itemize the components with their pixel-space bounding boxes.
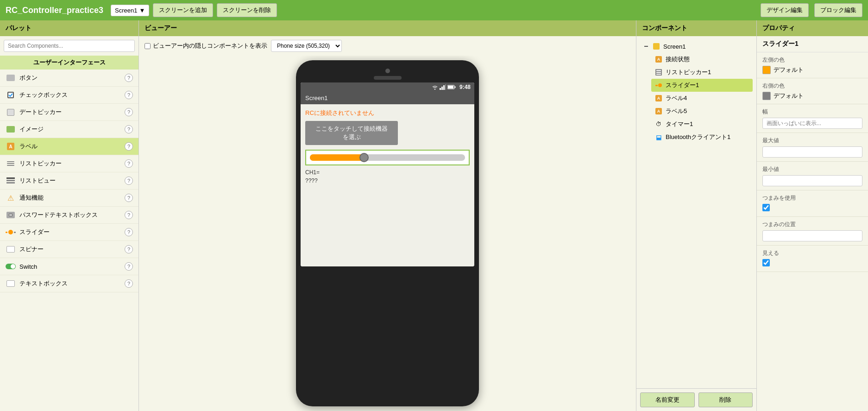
tree-item-timer1[interactable]: ⏱ タイマー1 xyxy=(651,118,753,131)
phone-statusbar: 9:48 xyxy=(301,82,474,92)
palette-item-button[interactable]: ボタン ? xyxy=(0,70,138,87)
add-screen-button[interactable]: スクリーンを追加 xyxy=(153,3,213,17)
image-icon xyxy=(6,124,16,134)
viewer-header: ビューアー xyxy=(139,20,636,36)
component-search-input[interactable] xyxy=(4,40,135,52)
svg-rect-1 xyxy=(6,180,15,181)
screen-icon xyxy=(652,42,661,51)
app-title: RC_Controller_practice3 xyxy=(6,6,103,15)
phone-connect-button[interactable]: ここをタッチして接続機器を選ぶ xyxy=(305,121,398,145)
palette-item-image[interactable]: イメージ ? xyxy=(0,121,138,138)
block-edit-button[interactable]: ブロック編集 xyxy=(814,3,862,17)
svg-rect-5 xyxy=(443,85,445,90)
width-input[interactable] xyxy=(762,118,862,129)
slider-palette-icon xyxy=(6,227,16,237)
slider-help-icon[interactable]: ? xyxy=(125,228,133,236)
battery-icon xyxy=(447,85,456,89)
palette-item-notification[interactable]: ⚠ 通知機能 ? xyxy=(0,190,138,207)
palette-item-switch[interactable]: Switch ? xyxy=(0,258,138,275)
palette-item-listview[interactable]: リストビュー ? xyxy=(0,172,138,190)
phone-slider-thumb[interactable] xyxy=(359,153,369,162)
label5-icon: A xyxy=(654,107,663,116)
min-value-input[interactable]: 1300 xyxy=(762,175,862,186)
switch-help-icon[interactable]: ? xyxy=(125,262,133,271)
prop-width-label: 幅 xyxy=(762,108,862,116)
textbox-help-icon[interactable]: ? xyxy=(125,279,133,288)
thumb-pos-input[interactable]: 1500 xyxy=(762,230,862,241)
datepicker-icon xyxy=(6,107,16,117)
palette-image-label: イメージ xyxy=(19,125,125,133)
svg-rect-8 xyxy=(454,86,455,88)
tree-item-screen1[interactable]: Screen1 xyxy=(640,40,753,53)
show-hidden-text: ビューアー内の隠しコンポーネントを表示 xyxy=(153,42,267,50)
checkbox-help-icon[interactable]: ? xyxy=(125,91,133,99)
component-footer: 名前変更 削除 xyxy=(636,388,756,411)
right-color-name: デフォルト xyxy=(774,92,804,100)
prop-right-color-label: 右側の色 xyxy=(762,82,862,90)
tree-item-label5[interactable]: A ラベル5 xyxy=(651,105,753,118)
tree-bt1-label: Bluetoothクライアント1 xyxy=(666,133,730,141)
thumb-enabled-checkbox[interactable] xyxy=(762,204,770,211)
spinner-help-icon[interactable]: ? xyxy=(125,245,133,253)
notification-help-icon[interactable]: ? xyxy=(125,194,133,202)
phone-camera xyxy=(385,69,390,73)
delete-screen-button[interactable]: スクリーンを削除 xyxy=(217,3,277,17)
phone-titlebar: Screen1 xyxy=(301,92,474,104)
bt1-icon: ⬓ xyxy=(654,133,663,142)
palette-item-checkbox[interactable]: チェックボックス ? xyxy=(0,87,138,104)
phone-status-text: RCに接続されていません xyxy=(305,109,470,117)
palette-item-listpicker[interactable]: リストピッカー ? xyxy=(0,155,138,172)
visible-checkbox[interactable] xyxy=(762,259,770,266)
passwordbox-help-icon[interactable]: ? xyxy=(125,211,133,219)
label-icon: A xyxy=(6,141,16,152)
properties-panel: プロパティ スライダー1 左側の色 デフォルト 右側の色 デフォルト 幅 最大値 xyxy=(757,20,868,411)
tree-item-status[interactable]: A 接続状態 xyxy=(651,53,753,66)
listview-help-icon[interactable]: ? xyxy=(125,177,133,185)
show-hidden-checkbox[interactable] xyxy=(145,43,151,49)
svg-rect-2 xyxy=(6,182,15,183)
datepicker-help-icon[interactable]: ? xyxy=(125,108,133,116)
palette-button-label: ボタン xyxy=(19,74,125,82)
tree-label4-label: ラベル4 xyxy=(666,94,687,102)
status-icons xyxy=(432,84,456,90)
svg-rect-3 xyxy=(440,88,441,90)
component-panel: コンポーネント Screen1 A 接続状態 xyxy=(636,20,757,411)
palette-item-spinner[interactable]: スピナー ? xyxy=(0,241,138,258)
phone-body: RCに接続されていません ここをタッチして接続機器を選ぶ CH1= ???? xyxy=(301,104,474,266)
button-help-icon[interactable]: ? xyxy=(125,74,133,82)
right-color-swatch[interactable] xyxy=(762,92,771,100)
design-edit-button[interactable]: デザイン編集 xyxy=(761,3,809,17)
label-help-icon[interactable]: ? xyxy=(125,142,133,151)
left-color-swatch[interactable] xyxy=(762,66,771,74)
delete-component-button[interactable]: 削除 xyxy=(698,392,753,407)
svg-rect-10 xyxy=(644,46,648,47)
button-icon xyxy=(6,73,16,83)
phone-time: 9:48 xyxy=(459,84,471,90)
phone-size-select[interactable]: Phone size (505,320) xyxy=(271,40,342,52)
palette-item-label[interactable]: A ラベル ? xyxy=(0,138,138,155)
max-value-input[interactable]: 1700 xyxy=(762,146,862,158)
palette-item-slider[interactable]: スライダー ? xyxy=(0,224,138,241)
tree-slider1-label: スライダー1 xyxy=(666,81,699,89)
palette-item-datepicker[interactable]: デートピッカー ? xyxy=(0,104,138,121)
image-help-icon[interactable]: ? xyxy=(125,125,133,133)
tree-expand-screen1[interactable] xyxy=(643,43,649,50)
tree-item-slider1[interactable]: スライダー1 xyxy=(651,79,753,92)
palette-spinner-label: スピナー xyxy=(19,245,125,253)
palette-item-passwordbox[interactable]: パスワードテキストボックス ? xyxy=(0,207,138,224)
palette-item-textbox[interactable]: テキストボックス ? xyxy=(0,275,138,292)
prop-visible: 見える xyxy=(757,246,868,272)
palette-checkbox-label: チェックボックス xyxy=(19,91,125,99)
screen-selector[interactable]: Screen1 ▼ xyxy=(111,5,149,16)
show-hidden-label[interactable]: ビューアー内の隠しコンポーネントを表示 xyxy=(145,42,267,50)
listpicker-help-icon[interactable]: ? xyxy=(125,159,133,168)
tree-item-bt1[interactable]: ⬓ Bluetoothクライアント1 xyxy=(651,131,753,144)
viewer-panel: ビューアー ビューアー内の隠しコンポーネントを表示 Phone size (50… xyxy=(139,20,636,411)
svg-rect-4 xyxy=(441,87,443,90)
slider1-icon xyxy=(654,81,663,90)
tree-item-listpicker1[interactable]: リストピッカー1 xyxy=(651,66,753,79)
tree-item-label4[interactable]: A ラベル4 xyxy=(651,92,753,105)
prop-min-label: 最小値 xyxy=(762,165,862,173)
rename-button[interactable]: 名前変更 xyxy=(640,392,695,407)
properties-title: スライダー1 xyxy=(757,36,868,52)
